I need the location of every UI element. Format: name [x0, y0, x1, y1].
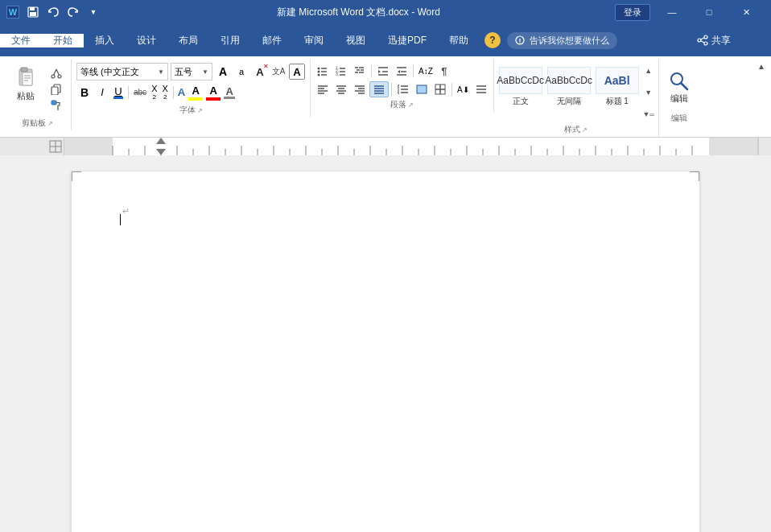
clipboard-expand[interactable]: ↗ [47, 120, 53, 127]
style-more-button[interactable]: ▼═ [642, 108, 655, 121]
style-gallery: AaBbCcDc 正文 AaBbCcDc 无间隔 AaBl 标题 1 [497, 63, 641, 111]
subscript-button[interactable]: X2 [150, 83, 159, 101]
style-heading1[interactable]: AaBl 标题 1 [594, 63, 641, 111]
help-icon[interactable]: ? [484, 32, 501, 48]
sort-button[interactable]: A↕Z [416, 63, 435, 79]
login-button[interactable]: 登录 [615, 4, 650, 21]
document-page[interactable]: ↵ [72, 171, 699, 532]
superscript-button[interactable]: X2 [160, 83, 169, 101]
find-button[interactable]: 编辑 [662, 63, 696, 111]
close-button[interactable]: ✕ [728, 0, 765, 24]
style-scroll-up[interactable]: ▲ [642, 64, 655, 77]
font-size-selector[interactable]: 五号 ▼ [171, 63, 212, 80]
ruler [0, 138, 771, 155]
style-scroll-down[interactable]: ▼ [642, 86, 655, 99]
font-grow-button[interactable]: A [215, 64, 231, 80]
menu-item-pdf[interactable]: 迅捷PDF [377, 34, 438, 47]
redo-button[interactable] [64, 3, 82, 21]
clear-format-button[interactable]: A ✕ [252, 64, 268, 80]
para-list-row: 1.2.3. A↕Z ¶ [314, 63, 490, 79]
save-button[interactable] [24, 3, 42, 21]
restore-button[interactable]: □ [691, 0, 728, 24]
format-painter-button[interactable] [47, 98, 66, 113]
underline-button[interactable]: U [112, 85, 125, 100]
text-border-button[interactable]: A [289, 64, 305, 80]
svg-rect-12 [21, 68, 27, 72]
menu-item-home[interactable]: 开始 [42, 34, 84, 47]
minimize-button[interactable]: — [653, 0, 691, 24]
svg-line-20 [56, 69, 60, 76]
distributed-button[interactable] [472, 81, 490, 97]
editing-label: 编辑 [662, 111, 696, 126]
svg-point-18 [58, 75, 61, 78]
style-expand[interactable]: ↗ [582, 126, 588, 134]
window-controls: — □ ✕ [653, 0, 765, 24]
strikethrough-button[interactable]: abc [132, 87, 148, 97]
document-title: 新建 Microsoft Word 文档.docx - Word [102, 6, 615, 19]
font-expand[interactable]: ↗ [197, 107, 203, 114]
svg-rect-22 [52, 87, 58, 95]
text-area[interactable]: ↵ [120, 204, 651, 218]
svg-line-10 [701, 41, 704, 43]
ruler-content [64, 138, 758, 155]
menu-item-view[interactable]: 视图 [335, 34, 377, 47]
menu-item-file[interactable]: 文件 [0, 34, 42, 47]
svg-point-7 [698, 39, 701, 42]
quick-access-more[interactable]: ▼ [85, 3, 102, 21]
style-normal[interactable]: AaBbCcDc 正文 [497, 63, 544, 111]
ordered-list-button[interactable]: 1.2.3. [332, 63, 350, 79]
menu-item-design[interactable]: 设计 [126, 34, 167, 47]
undo-button[interactable] [44, 3, 62, 21]
paragraph-expand[interactable]: ↗ [408, 101, 414, 109]
menu-bar: 文件 开始 插入 设计 布局 引用 邮件 审阅 视图 迅捷PDF 帮助 ? 告诉… [0, 24, 771, 56]
style-group: AaBbCcDc 正文 AaBbCcDc 无间隔 AaBl 标题 1 [494, 60, 659, 137]
menu-item-mailings[interactable]: 邮件 [251, 34, 293, 47]
menu-item-references[interactable]: 引用 [209, 34, 251, 47]
bold-button[interactable]: B [76, 85, 93, 101]
text-direction-button[interactable]: A⬇ [455, 81, 472, 97]
shading-button[interactable] [413, 81, 431, 97]
svg-rect-13 [23, 72, 32, 85]
align-left-button[interactable] [314, 81, 332, 97]
bullet-list-button[interactable] [314, 63, 332, 79]
align-center-button[interactable] [332, 81, 350, 97]
style-no-spacing[interactable]: AaBbCcDc 无间隔 [546, 63, 592, 111]
tell-me-text: 告诉我你想要做什么 [530, 35, 609, 47]
highlight-button[interactable]: A [188, 84, 204, 101]
paste-button[interactable]: 粘贴 [6, 63, 45, 104]
justify-button[interactable] [369, 81, 389, 97]
font-color-button[interactable]: A [205, 84, 221, 101]
share-button[interactable]: 共享 [697, 34, 731, 47]
svg-point-17 [52, 75, 55, 78]
svg-point-26 [318, 71, 320, 73]
align-right-button[interactable] [351, 81, 369, 97]
paragraph-group: 1.2.3. A↕Z ¶ [311, 60, 494, 112]
document-area[interactable]: ↵ [0, 155, 771, 532]
borders-button[interactable] [431, 81, 449, 97]
ribbon-collapse-button[interactable]: ▲ [755, 60, 768, 72]
font-name-selector[interactable]: 等线 (中文正文 ▼ [76, 63, 168, 80]
line-spacing-button[interactable] [394, 81, 412, 97]
title-bar-right: 登录 — □ ✕ [615, 0, 765, 24]
cut-button[interactable] [47, 66, 66, 80]
menu-item-review[interactable]: 审阅 [293, 34, 335, 47]
font-shrink-button[interactable]: a [233, 64, 249, 80]
menu-item-help[interactable]: 帮助 [438, 34, 480, 47]
svg-point-28 [318, 74, 320, 76]
quick-access-toolbar: ▼ [24, 3, 102, 21]
menu-item-insert[interactable]: 插入 [84, 34, 126, 47]
svg-line-9 [701, 38, 704, 39]
text-effect-button[interactable]: A [177, 85, 186, 99]
tell-me-box[interactable]: 告诉我你想要做什么 [507, 32, 617, 49]
phonetics-button[interactable]: 文A [270, 64, 287, 80]
decrease-indent-button[interactable] [374, 63, 392, 79]
show-marks-button[interactable]: ¶ [436, 63, 452, 79]
font-name-dropdown-icon: ▼ [158, 68, 164, 76]
char-shading-button[interactable]: A [223, 85, 236, 100]
italic-button[interactable]: I [94, 85, 110, 101]
increase-indent-button[interactable] [393, 63, 410, 79]
svg-rect-1 [30, 7, 35, 10]
menu-item-layout[interactable]: 布局 [167, 34, 209, 47]
copy-button[interactable] [47, 82, 66, 97]
multilevel-list-button[interactable] [351, 63, 369, 79]
